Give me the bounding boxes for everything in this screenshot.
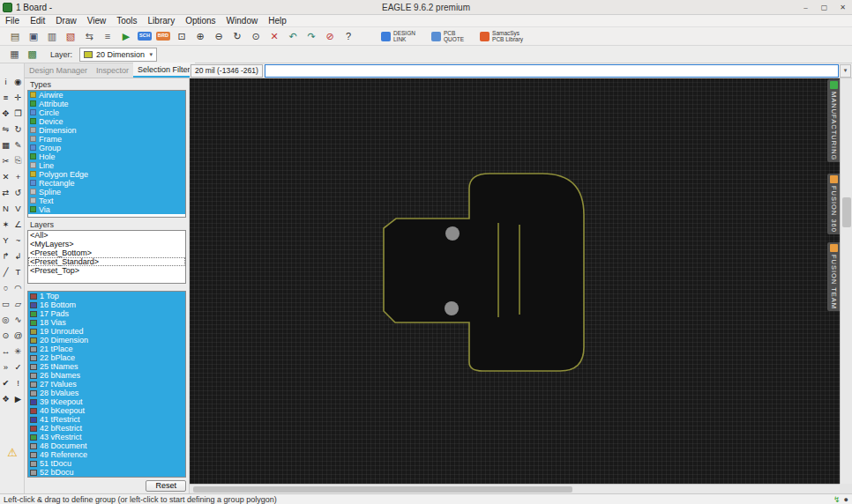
toolbar-button[interactable]: ▥	[44, 29, 60, 44]
toolbar-button[interactable]: ?	[340, 29, 356, 44]
status-icon[interactable]: ↯	[833, 495, 841, 504]
tool-button[interactable]: ✎	[12, 139, 24, 150]
type-row[interactable]: Attribute	[28, 100, 185, 108]
tool-button[interactable]: +	[12, 171, 24, 182]
toolbar-button[interactable]: ▧	[63, 29, 78, 44]
menu-item[interactable]: View	[82, 15, 112, 27]
tool-button[interactable]: ✕	[0, 171, 11, 182]
type-row[interactable]: Line	[28, 161, 185, 170]
layer-toolbar-button[interactable]: ▦	[7, 48, 22, 62]
tool-button[interactable]: ▶	[12, 393, 24, 404]
tool-button[interactable]: ○	[0, 282, 11, 293]
status-icon[interactable]: ●	[844, 495, 848, 504]
toolbar-button[interactable]: ↷	[303, 29, 319, 44]
layer-row[interactable]: 18 Vias	[28, 318, 185, 327]
type-row[interactable]: Device	[28, 117, 185, 126]
type-row[interactable]: Airwire	[28, 91, 185, 100]
layer-row[interactable]: 52 bDocu	[28, 468, 185, 477]
layer-row[interactable]: 21 tPlace	[28, 345, 185, 353]
layer-row[interactable]: 26 bNames	[28, 371, 185, 380]
tool-button[interactable]: ⇋	[0, 123, 11, 134]
menu-item[interactable]: File	[0, 15, 25, 27]
board-hole[interactable]	[445, 301, 459, 315]
layer-row[interactable]: 16 Bottom	[28, 300, 185, 309]
layer-row[interactable]: 1 Top	[28, 292, 185, 300]
tool-button[interactable]: ❖	[0, 393, 11, 404]
toolbar-button[interactable]: BRD	[155, 29, 171, 44]
layer-row[interactable]: 20 Dimension	[28, 336, 185, 345]
tool-button[interactable]: ◉	[12, 76, 24, 86]
tool-button[interactable]: ╱	[0, 266, 11, 277]
tool-button[interactable]: ▱	[12, 298, 24, 308]
external-service-button[interactable]: DESIGNLINK	[375, 28, 422, 45]
tool-button[interactable]: ◠	[12, 282, 24, 293]
menu-item[interactable]: Library	[143, 15, 181, 27]
reset-button[interactable]: Reset	[146, 480, 186, 492]
toolbar-button[interactable]: ▣	[26, 29, 41, 44]
type-row[interactable]: Frame	[28, 135, 185, 144]
type-row[interactable]: Hole	[28, 152, 185, 161]
tool-button[interactable]: »	[0, 361, 11, 372]
tool-button[interactable]: ✂	[0, 155, 11, 166]
tab-selection-filter[interactable]: Selection Filter	[133, 63, 195, 78]
type-row[interactable]: Dimension	[28, 126, 185, 135]
toolbar-button[interactable]: ⊖	[211, 29, 227, 44]
toolbar-button[interactable]: ⊡	[174, 29, 190, 44]
board-outline[interactable]	[384, 174, 584, 371]
layer-toolbar-button[interactable]: ▩	[25, 48, 40, 62]
toolbar-button[interactable]: ≡	[100, 29, 116, 44]
tool-button[interactable]: ▦	[0, 139, 11, 150]
layer-row[interactable]: 48 Document	[28, 441, 185, 450]
horizontal-scroll-thumb[interactable]	[193, 486, 572, 493]
tool-button[interactable]: ⊙	[0, 330, 11, 340]
type-row[interactable]: Rectangle	[28, 179, 185, 188]
tool-button[interactable]: ✛	[12, 92, 24, 102]
menu-item[interactable]: Options	[180, 15, 220, 27]
board-canvas[interactable]: MANUFACTURING FUSION 360 FUSION TEAM	[190, 78, 840, 484]
tab-design-manager[interactable]: Design Manager	[25, 63, 92, 78]
layer-row[interactable]: 49 Reference	[28, 450, 185, 459]
tool-button[interactable]: ✳	[12, 345, 24, 356]
tool-button[interactable]: ∠	[12, 219, 24, 229]
toolbar-button[interactable]: ✕	[266, 29, 282, 44]
command-input[interactable]	[265, 64, 839, 78]
tab-fusion-360[interactable]: FUSION 360	[827, 174, 840, 234]
command-history-dropdown[interactable]: ▾	[840, 64, 851, 78]
toolbar-button[interactable]: ⊕	[192, 29, 208, 44]
type-row[interactable]: Polygon Edge	[28, 170, 185, 179]
tab-inspector[interactable]: Inspector	[92, 63, 133, 78]
type-row[interactable]: Circle	[28, 108, 185, 117]
toolbar-button[interactable]: ⇆	[81, 29, 97, 44]
tool-button[interactable]: ~	[12, 234, 24, 245]
vertical-scrollbar[interactable]	[840, 78, 852, 484]
tool-button[interactable]: Y	[0, 234, 11, 245]
layer-row[interactable]: 43 vRestrict	[28, 433, 185, 441]
layer-row[interactable]: 17 Pads	[28, 309, 185, 318]
menu-item[interactable]: Window	[221, 15, 264, 27]
board-hole[interactable]	[445, 226, 460, 241]
layer-row[interactable]: 25 tNames	[28, 362, 185, 371]
window-control-button[interactable]: –	[796, 0, 815, 14]
tool-button[interactable]: ∿	[12, 314, 24, 324]
layer-row[interactable]: 27 tValues	[28, 380, 185, 389]
layer-set-row[interactable]: <Preset_Bottom>	[28, 248, 185, 257]
tool-button[interactable]: ↔	[0, 345, 11, 356]
window-control-button[interactable]: ✕	[833, 0, 852, 14]
layer-row[interactable]: 41 tRestrict	[28, 415, 185, 424]
tool-button[interactable]: !	[12, 377, 24, 388]
window-control-button[interactable]: ▢	[815, 0, 833, 14]
tab-manufacturing[interactable]: MANUFACTURING	[827, 79, 840, 162]
layer-dropdown[interactable]: 20 Dimension ▾	[79, 48, 157, 62]
tool-button[interactable]: ✓	[12, 361, 24, 372]
tool-button[interactable]: ▭	[0, 298, 11, 308]
horizontal-scrollbar[interactable]	[190, 484, 840, 493]
menu-item[interactable]: Help	[263, 15, 292, 27]
toolbar-button[interactable]: ▤	[7, 29, 23, 44]
tool-button[interactable]: ✶	[0, 219, 11, 229]
type-row[interactable]: Spline	[28, 188, 185, 196]
tool-button[interactable]: i	[0, 76, 11, 86]
menu-item[interactable]: Draw	[50, 15, 81, 27]
tool-button[interactable]: T	[12, 266, 24, 277]
toolbar-button[interactable]: ↶	[285, 29, 301, 44]
layer-row[interactable]: 28 bValues	[28, 389, 185, 397]
